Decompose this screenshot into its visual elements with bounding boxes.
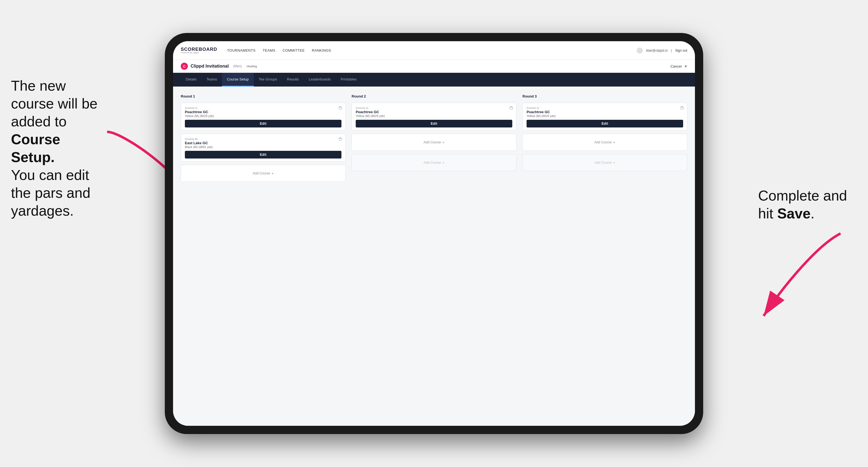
sign-out-link[interactable]: Sign out [675,49,687,53]
add-plus-r3: + [613,140,615,145]
tab-tee-groups[interactable]: Tee Groups [254,73,282,87]
add-plus-r2-disabled: + [442,160,444,165]
tab-results[interactable]: Results [282,73,304,87]
nav-link-teams[interactable]: TEAMS [262,48,275,53]
main-content: Round 1 (Course A) [173,87,695,426]
left-annotation: The new course will be added to Course S… [11,77,104,220]
round-1-column: Round 1 (Course A) [181,94,346,182]
svg-rect-7 [339,138,342,141]
hosting-badge: Hosting [247,65,257,68]
logo-sub: Powered by clippd [181,52,217,54]
tournament-name: C Clippd Invitational (Men) Hosting [181,63,257,70]
nav-left: SCOREBOARD Powered by clippd TOURNAMENTS… [181,47,331,54]
tab-printables[interactable]: Printables [336,73,362,87]
tab-course-setup[interactable]: Course Setup [222,73,254,87]
course-info-r3-a: Yellow (M) (6629 yds) [527,114,683,118]
right-arrow [747,228,846,321]
nav-link-committee[interactable]: COMMITTEE [283,48,305,53]
trash-icon-r3 [680,106,684,110]
nav-right: blair@clippd.io | Sign out [637,48,687,54]
tournament-gender: (Men) [233,64,242,68]
course-card-r3-a: (Course A) Peachtree GC Yellow (M) (6629… [522,103,687,130]
delete-r3-a[interactable] [680,106,684,110]
edit-button-r1-b[interactable]: Edit [185,151,341,158]
nav-link-tournaments[interactable]: TOURNAMENTS [227,48,255,53]
svg-rect-2 [339,107,342,109]
nav-link-rankings[interactable]: RANKINGS [312,48,331,53]
add-course-r2[interactable]: Add Course + [351,134,517,151]
tabs-bar: Details Teams Course Setup Tee Groups Re… [173,73,695,87]
add-course-label-r1: Add Course [253,172,270,175]
tab-details[interactable]: Details [181,73,202,87]
course-info-r1-b: Black (M) (6891 yds) [185,145,341,149]
tournament-bar: C Clippd Invitational (Men) Hosting Canc… [173,60,695,73]
add-plus-r3-disabled: + [613,160,615,165]
tab-leaderboards[interactable]: Leaderboards [304,73,336,87]
course-card-r1-a: (Course A) Peachtree GC Yellow (M) (6629… [181,103,346,130]
svg-rect-17 [681,107,683,109]
round-2-column: Round 2 (Course A) [351,94,517,182]
course-name-r1-a: Peachtree GC [185,110,341,114]
tablet: SCOREBOARD Powered by clippd TOURNAMENTS… [165,33,703,434]
add-plus-r1: + [271,171,274,176]
logo-main: SCOREBOARD [181,47,217,52]
round-1-label: Round 1 [181,94,346,98]
round-3-label: Round 3 [522,94,687,98]
edit-button-r2-a[interactable]: Edit [356,120,512,127]
top-nav: SCOREBOARD Powered by clippd TOURNAMENTS… [173,41,695,60]
course-card-r2-a: (Course A) Peachtree GC Yellow (M) (6629… [351,103,517,130]
add-course-r3-disabled: Add Course + [522,154,687,171]
add-course-label-r2: Add Course [424,141,441,144]
clippd-icon: C [181,63,188,70]
delete-r1-b[interactable] [338,137,343,141]
add-course-r2-disabled: Add Course + [351,154,517,171]
edit-button-r1-a[interactable]: Edit [185,120,341,127]
course-info-r2-a: Yellow (M) (6629 yds) [356,114,512,118]
trash-icon-b [339,137,342,141]
round-2-label: Round 2 [351,94,517,98]
add-course-label-r3: Add Course [594,141,612,144]
rounds-grid: Round 1 (Course A) [181,94,687,182]
tab-teams[interactable]: Teams [202,73,222,87]
add-plus-r2: + [442,140,444,145]
tablet-screen: SCOREBOARD Powered by clippd TOURNAMENTS… [173,41,695,426]
course-badge-r3-a: (Course A) [527,106,683,109]
trash-icon [339,106,342,110]
delete-r2-a[interactable] [509,106,514,110]
course-name-r3-a: Peachtree GC [527,110,683,114]
add-course-r1[interactable]: Add Course + [181,165,346,182]
trash-icon-r2 [509,106,513,110]
course-badge-r2-a: (Course A) [356,106,512,109]
delete-r1-a[interactable] [338,106,343,110]
course-card-r1-b: (Course B) East Lake GC Black (M) (6891 … [181,134,346,161]
add-course-r3[interactable]: Add Course + [522,134,687,151]
round-3-column: Round 3 (Course A) [522,94,687,182]
svg-rect-12 [510,107,513,109]
course-name-r1-b: East Lake GC [185,141,341,145]
user-email: blair@clippd.io [646,49,668,53]
add-course-label-r3-disabled: Add Course [594,161,612,164]
course-info-r1-a: Yellow (M) (6629 yds) [185,114,341,118]
right-annotation: Complete and hit Save. [758,187,851,222]
course-badge-r1-b: (Course B) [185,137,341,141]
add-course-label-r2-disabled: Add Course [424,161,441,164]
tournament-title: Clippd Invitational [191,64,229,69]
edit-button-r3-a[interactable]: Edit [527,120,683,127]
nav-links: TOURNAMENTS TEAMS COMMITTEE RANKINGS [227,48,331,53]
course-badge-r1-a: (Course A) [185,106,341,109]
scoreboard-logo: SCOREBOARD Powered by clippd [181,47,217,54]
cancel-button[interactable]: Cancel ✕ [671,64,687,68]
nav-separator: | [671,49,672,53]
course-name-r2-a: Peachtree GC [356,110,512,114]
avatar [637,48,643,54]
